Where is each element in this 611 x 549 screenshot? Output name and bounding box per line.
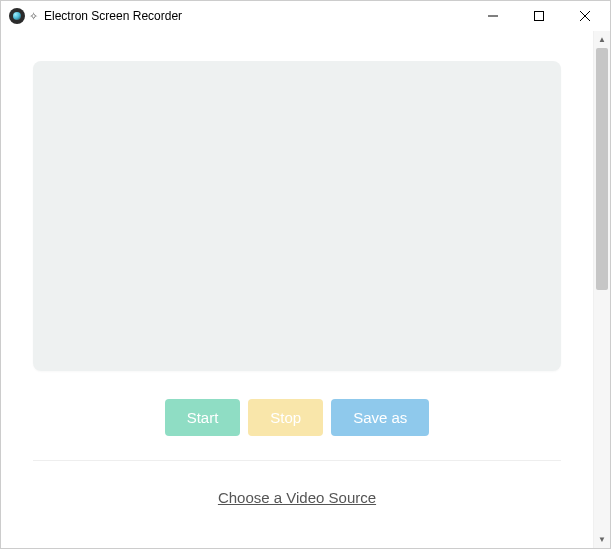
- scroll-up-arrow[interactable]: ▲: [594, 31, 610, 48]
- content-wrapper: Start Stop Save as Choose a Video Source…: [1, 31, 610, 548]
- app-icon: [9, 8, 25, 24]
- close-button[interactable]: [562, 1, 608, 31]
- main-content: Start Stop Save as Choose a Video Source: [1, 31, 593, 548]
- minimize-button[interactable]: [470, 1, 516, 31]
- maximize-button[interactable]: [516, 1, 562, 31]
- titlebar: ✧ Electron Screen Recorder: [1, 1, 610, 31]
- scroll-track[interactable]: [594, 48, 610, 531]
- scroll-down-arrow[interactable]: ▼: [594, 531, 610, 548]
- button-row: Start Stop Save as: [33, 399, 561, 460]
- source-link-wrap: Choose a Video Source: [33, 461, 561, 534]
- save-as-button[interactable]: Save as: [331, 399, 429, 436]
- scroll-thumb[interactable]: [596, 48, 608, 290]
- vertical-scrollbar[interactable]: ▲ ▼: [593, 31, 610, 548]
- choose-video-source-link[interactable]: Choose a Video Source: [218, 489, 376, 506]
- window-controls: [470, 1, 608, 31]
- stop-button[interactable]: Stop: [248, 399, 323, 436]
- window-title: Electron Screen Recorder: [44, 9, 182, 23]
- video-preview: [33, 61, 561, 371]
- svg-rect-1: [535, 12, 544, 21]
- dev-icon: ✧: [29, 10, 38, 23]
- start-button[interactable]: Start: [165, 399, 241, 436]
